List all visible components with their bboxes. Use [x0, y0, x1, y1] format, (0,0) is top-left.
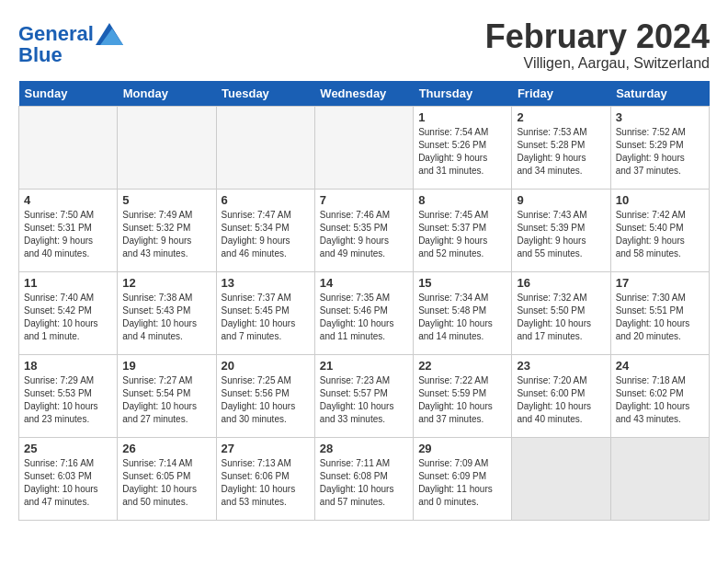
day-number: 11 — [24, 276, 112, 290]
day-info: Sunrise: 7:32 AM Sunset: 5:50 PM Dayligh… — [517, 292, 605, 343]
day-info: Sunrise: 7:23 AM Sunset: 5:57 PM Dayligh… — [320, 374, 408, 426]
calendar-cell: 2Sunrise: 7:53 AM Sunset: 5:28 PM Daylig… — [512, 106, 610, 189]
day-info: Sunrise: 7:49 AM Sunset: 5:32 PM Dayligh… — [122, 209, 210, 260]
calendar-table: SundayMondayTuesdayWednesdayThursdayFrid… — [18, 81, 710, 521]
calendar-cell: 27Sunrise: 7:13 AM Sunset: 6:06 PM Dayli… — [216, 437, 314, 520]
day-info: Sunrise: 7:38 AM Sunset: 5:43 PM Dayligh… — [122, 292, 210, 343]
day-info: Sunrise: 7:13 AM Sunset: 6:06 PM Dayligh… — [222, 457, 310, 509]
day-number: 16 — [517, 276, 605, 290]
day-number: 4 — [24, 193, 112, 207]
day-info: Sunrise: 7:37 AM Sunset: 5:45 PM Dayligh… — [222, 292, 310, 343]
day-number: 8 — [418, 193, 506, 207]
calendar-cell: 1Sunrise: 7:54 AM Sunset: 5:26 PM Daylig… — [414, 106, 512, 189]
day-number: 28 — [320, 442, 408, 455]
logo-text: General — [18, 24, 94, 44]
calendar-week-5: 25Sunrise: 7:16 AM Sunset: 6:03 PM Dayli… — [19, 437, 710, 520]
day-number: 18 — [24, 359, 112, 373]
calendar-cell — [610, 437, 709, 520]
day-number: 10 — [616, 193, 704, 207]
day-info: Sunrise: 7:50 AM Sunset: 5:31 PM Dayligh… — [24, 209, 112, 260]
day-number: 19 — [122, 359, 210, 373]
calendar-cell: 16Sunrise: 7:32 AM Sunset: 5:50 PM Dayli… — [512, 271, 610, 354]
day-info: Sunrise: 7:45 AM Sunset: 5:37 PM Dayligh… — [418, 209, 506, 260]
weekday-header-row: SundayMondayTuesdayWednesdayThursdayFrid… — [19, 81, 710, 107]
calendar-cell: 8Sunrise: 7:45 AM Sunset: 5:37 PM Daylig… — [414, 189, 512, 271]
day-info: Sunrise: 7:20 AM Sunset: 6:00 PM Dayligh… — [517, 374, 605, 426]
calendar-cell: 29Sunrise: 7:09 AM Sunset: 6:09 PM Dayli… — [414, 437, 512, 520]
calendar-cell: 12Sunrise: 7:38 AM Sunset: 5:43 PM Dayli… — [118, 271, 216, 354]
day-info: Sunrise: 7:16 AM Sunset: 6:03 PM Dayligh… — [24, 457, 112, 509]
calendar-cell: 15Sunrise: 7:34 AM Sunset: 5:48 PM Dayli… — [414, 271, 512, 354]
day-number: 22 — [418, 359, 506, 373]
page-header: General Blue February 2024 Villigen, Aar… — [18, 18, 710, 72]
calendar-week-2: 4Sunrise: 7:50 AM Sunset: 5:31 PM Daylig… — [19, 189, 710, 271]
day-number: 23 — [517, 359, 605, 373]
calendar-cell: 21Sunrise: 7:23 AM Sunset: 5:57 PM Dayli… — [314, 354, 413, 437]
calendar-week-4: 18Sunrise: 7:29 AM Sunset: 5:53 PM Dayli… — [19, 354, 710, 437]
day-number: 15 — [418, 276, 506, 290]
calendar-cell: 17Sunrise: 7:30 AM Sunset: 5:51 PM Dayli… — [610, 271, 709, 354]
day-info: Sunrise: 7:34 AM Sunset: 5:48 PM Dayligh… — [418, 292, 506, 343]
month-title: February 2024 — [485, 18, 710, 55]
day-info: Sunrise: 7:46 AM Sunset: 5:35 PM Dayligh… — [320, 209, 408, 260]
day-number: 24 — [616, 359, 704, 373]
logo-icon — [96, 23, 123, 45]
calendar-cell: 7Sunrise: 7:46 AM Sunset: 5:35 PM Daylig… — [314, 189, 413, 271]
weekday-header-tuesday: Tuesday — [216, 81, 314, 107]
day-number: 9 — [517, 193, 605, 207]
day-info: Sunrise: 7:18 AM Sunset: 6:02 PM Dayligh… — [616, 374, 704, 426]
calendar-cell: 4Sunrise: 7:50 AM Sunset: 5:31 PM Daylig… — [19, 189, 118, 271]
day-number: 27 — [222, 442, 310, 455]
day-info: Sunrise: 7:52 AM Sunset: 5:29 PM Dayligh… — [616, 126, 704, 178]
calendar-week-3: 11Sunrise: 7:40 AM Sunset: 5:42 PM Dayli… — [19, 271, 710, 354]
day-number: 5 — [122, 193, 210, 207]
calendar-cell — [19, 106, 118, 189]
calendar-cell — [118, 106, 216, 189]
weekday-header-monday: Monday — [118, 81, 216, 107]
weekday-header-sunday: Sunday — [19, 81, 118, 107]
day-info: Sunrise: 7:29 AM Sunset: 5:53 PM Dayligh… — [24, 374, 112, 426]
day-number: 21 — [320, 359, 408, 373]
calendar-cell: 20Sunrise: 7:25 AM Sunset: 5:56 PM Dayli… — [216, 354, 314, 437]
day-info: Sunrise: 7:54 AM Sunset: 5:26 PM Dayligh… — [418, 126, 506, 178]
day-info: Sunrise: 7:22 AM Sunset: 5:59 PM Dayligh… — [418, 374, 506, 426]
day-number: 25 — [24, 442, 112, 455]
day-number: 7 — [320, 193, 408, 207]
day-info: Sunrise: 7:53 AM Sunset: 5:28 PM Dayligh… — [517, 126, 605, 178]
day-number: 1 — [418, 110, 506, 124]
day-number: 17 — [616, 276, 704, 290]
calendar-cell: 13Sunrise: 7:37 AM Sunset: 5:45 PM Dayli… — [216, 271, 314, 354]
calendar-cell: 22Sunrise: 7:22 AM Sunset: 5:59 PM Dayli… — [414, 354, 512, 437]
calendar-cell: 6Sunrise: 7:47 AM Sunset: 5:34 PM Daylig… — [216, 189, 314, 271]
day-info: Sunrise: 7:30 AM Sunset: 5:51 PM Dayligh… — [616, 292, 704, 343]
calendar-cell: 26Sunrise: 7:14 AM Sunset: 6:05 PM Dayli… — [118, 437, 216, 520]
calendar-cell: 5Sunrise: 7:49 AM Sunset: 5:32 PM Daylig… — [118, 189, 216, 271]
weekday-header-friday: Friday — [512, 81, 610, 107]
calendar-cell: 19Sunrise: 7:27 AM Sunset: 5:54 PM Dayli… — [118, 354, 216, 437]
calendar-cell: 23Sunrise: 7:20 AM Sunset: 6:00 PM Dayli… — [512, 354, 610, 437]
calendar-cell: 24Sunrise: 7:18 AM Sunset: 6:02 PM Dayli… — [610, 354, 709, 437]
day-info: Sunrise: 7:47 AM Sunset: 5:34 PM Dayligh… — [222, 209, 310, 260]
day-number: 12 — [122, 276, 210, 290]
calendar-cell: 10Sunrise: 7:42 AM Sunset: 5:40 PM Dayli… — [610, 189, 709, 271]
day-info: Sunrise: 7:35 AM Sunset: 5:46 PM Dayligh… — [320, 292, 408, 343]
day-info: Sunrise: 7:42 AM Sunset: 5:40 PM Dayligh… — [616, 209, 704, 260]
logo-blue-text: Blue — [18, 45, 123, 65]
calendar-cell: 11Sunrise: 7:40 AM Sunset: 5:42 PM Dayli… — [19, 271, 118, 354]
day-number: 29 — [418, 442, 506, 455]
day-number: 13 — [222, 276, 310, 290]
day-number: 3 — [616, 110, 704, 124]
calendar-cell — [512, 437, 610, 520]
logo: General Blue — [18, 23, 123, 65]
day-info: Sunrise: 7:27 AM Sunset: 5:54 PM Dayligh… — [122, 374, 210, 426]
day-info: Sunrise: 7:40 AM Sunset: 5:42 PM Dayligh… — [24, 292, 112, 343]
calendar-cell: 18Sunrise: 7:29 AM Sunset: 5:53 PM Dayli… — [19, 354, 118, 437]
calendar-cell: 9Sunrise: 7:43 AM Sunset: 5:39 PM Daylig… — [512, 189, 610, 271]
calendar-cell: 28Sunrise: 7:11 AM Sunset: 6:08 PM Dayli… — [314, 437, 413, 520]
title-block: February 2024 Villigen, Aargau, Switzerl… — [485, 18, 710, 72]
day-number: 20 — [222, 359, 310, 373]
calendar-cell: 3Sunrise: 7:52 AM Sunset: 5:29 PM Daylig… — [610, 106, 709, 189]
day-number: 14 — [320, 276, 408, 290]
day-info: Sunrise: 7:11 AM Sunset: 6:08 PM Dayligh… — [320, 457, 408, 509]
calendar-cell — [216, 106, 314, 189]
